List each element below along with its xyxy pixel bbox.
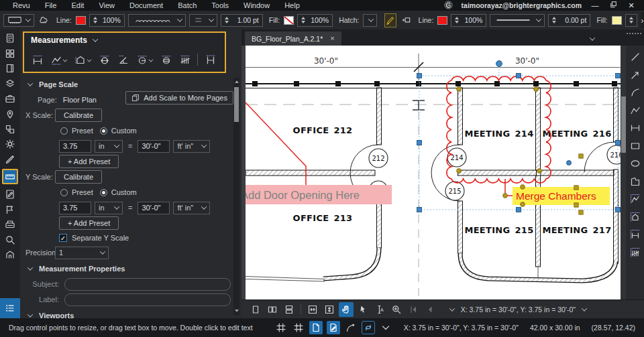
polyline-tool[interactable]: [629, 105, 641, 116]
x-add-preset-button[interactable]: + Add Preset: [59, 155, 119, 168]
y-unit-select[interactable]: in: [95, 202, 123, 214]
viewport-scale[interactable]: X: 3.75 in = 30'-0", Y: 3.75 in = 30'-0": [461, 306, 576, 314]
y-add-preset-button[interactable]: + Add Preset: [59, 216, 119, 230]
vertical-scrollbar[interactable]: [621, 46, 626, 299]
grid-icon[interactable]: [274, 321, 288, 334]
chevron-down-icon[interactable]: [590, 35, 595, 40]
menu-tools[interactable]: Tools: [204, 1, 236, 9]
y-calibrate-button[interactable]: Calibrate: [55, 170, 102, 184]
line-color-swatch[interactable]: [76, 16, 86, 25]
line-width-stepper[interactable]: 0.00 pt: [548, 14, 590, 27]
minimize-button[interactable]: —: [590, 1, 600, 10]
zoom-button[interactable]: [389, 302, 404, 317]
panel-scrollbar[interactable]: [233, 78, 239, 315]
measure-diameter-tool[interactable]: [96, 51, 113, 68]
menu-file[interactable]: File: [38, 1, 64, 9]
label-input[interactable]: [64, 293, 231, 306]
sidebar-file-access-icon[interactable]: [2, 33, 18, 44]
measure-volume-tool[interactable]: [158, 51, 174, 68]
measure-length-tool[interactable]: [29, 51, 46, 68]
x-custom-radio[interactable]: [100, 127, 107, 135]
sidebar-spaces-icon[interactable]: [2, 109, 18, 119]
line-tool[interactable]: [629, 52, 641, 62]
chevron-down-icon[interactable]: [379, 321, 392, 334]
ellipse-tool[interactable]: [629, 158, 641, 169]
x-scale-value-input[interactable]: [59, 140, 91, 153]
length-measure-tool[interactable]: [629, 229, 641, 240]
measure-angle-tool[interactable]: [115, 51, 131, 68]
document-edit-icon[interactable]: [327, 321, 340, 334]
y-to-unit-select[interactable]: ft' in": [173, 202, 210, 214]
x-preset-radio[interactable]: [60, 127, 68, 135]
fill-opacity-stepper[interactable]: 100%: [297, 14, 333, 27]
line-width-stepper[interactable]: 1.00 pt: [221, 14, 263, 27]
document-canvas[interactable]: 30'-0" 30'-0": [241, 46, 644, 299]
line-opacity-stepper[interactable]: 100%: [89, 14, 125, 27]
auto-sync-icon[interactable]: [362, 321, 375, 334]
count-measure-tool[interactable]: [629, 247, 641, 258]
sidebar-markups-list-icon[interactable]: [0, 298, 20, 318]
sidebar-tool-chest-icon[interactable]: [2, 93, 18, 104]
fill-color-swatch[interactable]: [284, 16, 294, 25]
document-flip-icon[interactable]: [309, 321, 323, 334]
measure-radius-tool[interactable]: [133, 51, 156, 68]
fill-color-swatch[interactable]: [612, 16, 622, 25]
polygon-tool[interactable]: [629, 176, 641, 187]
snap-icon[interactable]: [292, 321, 305, 334]
sidebar-bookmarks-icon[interactable]: [2, 63, 18, 74]
section-page-scale[interactable]: Page Scale: [20, 76, 241, 92]
line-color-swatch[interactable]: [437, 16, 447, 25]
menu-batch[interactable]: Batch: [170, 1, 204, 9]
sidebar-plotter-icon[interactable]: [2, 219, 18, 230]
separate-y-checkbox[interactable]: ✓: [59, 234, 67, 242]
shape-tool-dropdown[interactable]: [3, 14, 34, 27]
restore-button[interactable]: [608, 1, 618, 10]
y-custom-radio[interactable]: [100, 189, 107, 196]
toolbar-drag-handle[interactable]: [627, 33, 641, 34]
dimension-tool[interactable]: [629, 123, 641, 133]
measure-width-tool[interactable]: [202, 51, 219, 68]
fit-page-button[interactable]: [305, 302, 320, 317]
pan-button[interactable]: [339, 302, 354, 317]
sidebar-thumbnails-icon[interactable]: [2, 48, 18, 59]
sidebar-markups-icon[interactable]: [2, 189, 18, 200]
line-style-dropdown[interactable]: [490, 14, 545, 27]
measure-count-tool[interactable]: [176, 51, 193, 68]
rectangle-tool[interactable]: [629, 141, 641, 151]
account-email[interactable]: taimoorayaz@brightergraphics.com: [462, 1, 582, 9]
toolbar-overflow-button[interactable]: ›: [641, 12, 644, 28]
floor-plan-page[interactable]: 30'-0" 30'-0": [246, 46, 621, 299]
y-preset-radio[interactable]: [60, 189, 68, 196]
arrow-tool[interactable]: [629, 70, 641, 80]
hatch-dropdown[interactable]: [363, 14, 376, 27]
single-page-button[interactable]: [248, 302, 263, 317]
highlighter-tool-button[interactable]: [384, 13, 396, 27]
sidebar-flags-icon[interactable]: [2, 204, 18, 215]
sidebar-layers-icon[interactable]: [2, 78, 18, 89]
precision-select[interactable]: 1: [55, 247, 109, 259]
continuous-button[interactable]: [282, 302, 297, 317]
menu-help[interactable]: Help: [277, 1, 307, 9]
cloud-tool-button[interactable]: [38, 13, 50, 27]
sidebar-studio-icon[interactable]: [2, 249, 18, 260]
previous-page-button[interactable]: [423, 302, 437, 317]
add-scale-button[interactable]: Add Scale to More Pages: [125, 91, 233, 105]
section-measurement-properties[interactable]: Measurement Properties: [20, 261, 241, 277]
y-scale-to-input[interactable]: [138, 202, 170, 214]
perimeter-measure-tool[interactable]: [629, 194, 641, 204]
menu-revu[interactable]: Revu: [5, 1, 38, 9]
chevron-down-icon[interactable]: [449, 306, 455, 311]
menu-window[interactable]: Window: [236, 1, 277, 9]
section-viewports[interactable]: Viewports: [20, 308, 241, 318]
document-tab[interactable]: BG_Floor_Plan_A.2.1* ×: [245, 31, 341, 46]
line-opacity-stepper[interactable]: 100%: [451, 14, 486, 27]
cloud-style-dropdown[interactable]: [189, 14, 217, 27]
sidebar-search-icon[interactable]: [2, 234, 18, 245]
subject-input[interactable]: [64, 278, 231, 291]
pen-path-icon[interactable]: [344, 321, 358, 334]
sidebar-measurements-icon[interactable]: [2, 169, 18, 184]
chevron-down-icon[interactable]: [93, 36, 98, 42]
x-unit-select[interactable]: in: [95, 140, 123, 153]
menu-document[interactable]: Document: [122, 1, 170, 9]
menu-view[interactable]: View: [91, 1, 122, 9]
